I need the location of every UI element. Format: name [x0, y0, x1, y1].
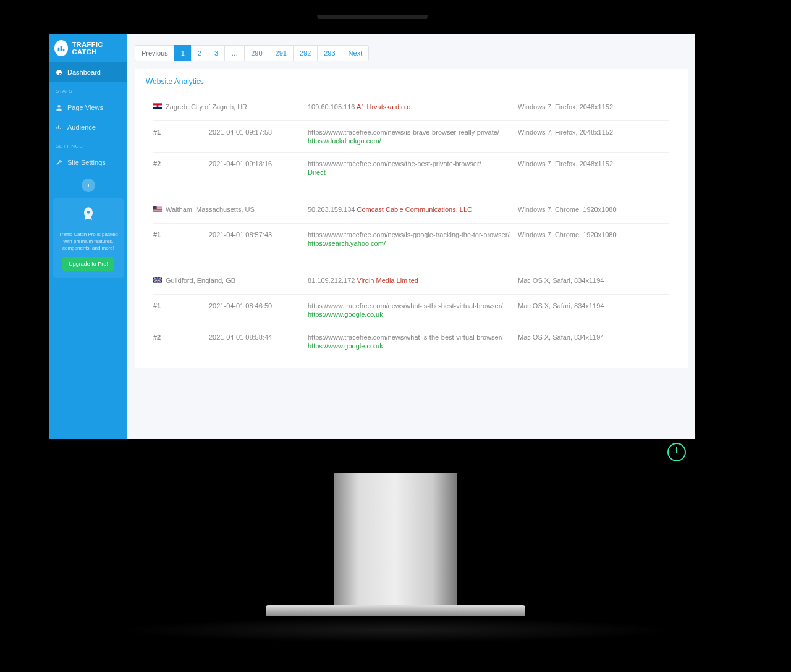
isp-text: Virgin Media Limited	[357, 277, 418, 284]
pagination: Previous 1 2 3 … 290 291 292 293 Next	[135, 45, 688, 61]
sidebar-item-site-settings[interactable]: Site Settings	[49, 153, 127, 172]
visitor-ip: 81.109.212.172 Virgin Media Limited	[308, 277, 518, 284]
pagination-previous[interactable]: Previous	[135, 45, 175, 61]
visit-url[interactable]: https://www.tracefree.com/news/is-brave-…	[308, 128, 518, 136]
power-button-icon	[667, 443, 686, 461]
pagination-page-292[interactable]: 292	[293, 45, 318, 61]
sidebar-item-dashboard[interactable]: Dashboard	[49, 62, 127, 82]
svg-rect-10	[153, 211, 162, 211]
visit-number: #1	[153, 231, 209, 247]
ip-text: 109.60.105.116	[308, 103, 355, 111]
promo-card: Traffic Catch Pro is packed with premium…	[53, 198, 124, 278]
visit-device: Windows 7, Firefox, 2048x1152	[518, 160, 669, 176]
visit-referrer[interactable]: https://duckduckgo.com/	[308, 137, 518, 145]
main-content: Previous 1 2 3 … 290 291 292 293 Next We…	[127, 34, 695, 439]
app-screen: TRAFFIC CATCH Dashboard STATS Page Views…	[49, 34, 695, 439]
brand-icon	[54, 40, 68, 56]
card-title: Website Analytics	[135, 69, 688, 92]
sidebar: TRAFFIC CATCH Dashboard STATS Page Views…	[49, 34, 127, 439]
visitor-block: Guildford, England, GB81.109.212.172 Vir…	[135, 266, 688, 368]
ip-text: 81.109.212.172	[308, 277, 355, 284]
visitor-block: Zagreb, City of Zagreb, HR109.60.105.116…	[135, 92, 688, 195]
pagination-page-2[interactable]: 2	[191, 45, 208, 61]
sidebar-item-label: Dashboard	[67, 69, 101, 76]
monitor-notch	[317, 15, 428, 19]
visit-row: #12021-04-01 09:17:58https://www.tracefr…	[153, 121, 669, 153]
svg-rect-11	[153, 206, 157, 209]
sidebar-collapse-button[interactable]	[82, 178, 95, 192]
brand-logo[interactable]: TRAFFIC CATCH	[49, 34, 127, 62]
visitor-device: Windows 7, Firefox, 2048x1152	[518, 103, 669, 111]
sidebar-header-settings: SETTINGS	[49, 137, 127, 153]
visitor-block: Waltham, Massachusetts, US50.203.159.134…	[135, 195, 688, 266]
svg-rect-9	[153, 210, 162, 211]
visit-row: #12021-04-01 08:46:50https://www.tracefr…	[153, 295, 669, 326]
monitor-shadow	[117, 618, 674, 642]
visit-referrer[interactable]: https://search.yahoo.com/	[308, 240, 518, 247]
visitor-ip: 50.203.159.134 Comcast Cable Communicati…	[308, 206, 518, 213]
pagination-page-3[interactable]: 3	[208, 45, 225, 61]
visit-url-col: https://www.tracefree.com/news/what-is-t…	[308, 334, 518, 350]
visit-time: 2021-04-01 09:17:58	[209, 128, 308, 145]
location-text: Zagreb, City of Zagreb, HR	[166, 103, 247, 111]
visit-referrer[interactable]: https://www.google.co.uk	[308, 311, 518, 318]
visit-number: #1	[153, 128, 209, 145]
upgrade-button[interactable]: Upgrade to Pro!	[62, 257, 114, 271]
rocket-icon	[58, 206, 119, 227]
isp-text: Comcast Cable Communications, LLC	[357, 206, 472, 213]
sidebar-item-label: Page Views	[67, 104, 103, 111]
promo-text: Traffic Catch Pro is packed with premium…	[58, 231, 119, 252]
chart-icon	[56, 124, 62, 131]
visit-url[interactable]: https://www.tracefree.com/news/what-is-t…	[308, 302, 518, 309]
pagination-page-1[interactable]: 1	[174, 45, 192, 61]
location-text: Waltham, Massachusetts, US	[166, 206, 255, 213]
brand-text: TRAFFIC CATCH	[72, 41, 122, 56]
visit-url-col: https://www.tracefree.com/news/is-google…	[308, 231, 518, 247]
user-icon	[56, 104, 62, 111]
sidebar-item-label: Audience	[67, 124, 96, 131]
visit-time: 2021-04-01 08:57:43	[209, 231, 308, 247]
visit-url-col: https://www.tracefree.com/news/the-best-…	[308, 160, 518, 176]
visitor-header: Waltham, Massachusetts, US50.203.159.134…	[153, 206, 669, 224]
visitors-list: Zagreb, City of Zagreb, HR109.60.105.116…	[135, 92, 688, 368]
visitor-location: Guildford, England, GB	[153, 277, 308, 284]
visit-referrer[interactable]: Direct	[308, 169, 518, 176]
visit-device: Windows 7, Firefox, 2048x1152	[518, 128, 669, 145]
pagination-next[interactable]: Next	[342, 45, 370, 61]
location-text: Guildford, England, GB	[166, 277, 235, 284]
pagination-page-293[interactable]: 293	[317, 45, 342, 61]
visit-referrer[interactable]: https://www.google.co.uk	[308, 342, 518, 350]
visit-row: #22021-04-01 08:58:44https://www.tracefr…	[153, 326, 669, 357]
flag-icon	[153, 103, 162, 111]
visitor-device: Mac OS X, Safari, 834x1194	[518, 277, 669, 284]
wrench-icon	[56, 159, 62, 166]
visit-url[interactable]: https://www.tracefree.com/news/what-is-t…	[308, 334, 518, 341]
visit-time: 2021-04-01 08:58:44	[209, 334, 308, 350]
sidebar-item-page-views[interactable]: Page Views	[49, 98, 127, 117]
visit-url[interactable]: https://www.tracefree.com/news/is-google…	[308, 231, 518, 238]
svg-rect-3	[157, 105, 159, 107]
visit-time: 2021-04-01 09:18:16	[209, 160, 308, 176]
svg-rect-8	[153, 209, 162, 209]
visit-row: #12021-04-01 08:57:43https://www.tracefr…	[153, 224, 669, 254]
pagination-ellipsis: …	[224, 45, 245, 61]
visit-device: Mac OS X, Safari, 834x1194	[518, 334, 669, 350]
visitor-device: Windows 7, Chrome, 1920x1080	[518, 206, 669, 213]
visitor-location: Waltham, Massachusetts, US	[153, 206, 308, 213]
pagination-page-290[interactable]: 290	[244, 45, 269, 61]
monitor-frame: TRAFFIC CATCH Dashboard STATS Page Views…	[37, 15, 708, 472]
flag-icon	[153, 206, 162, 213]
pagination-page-291[interactable]: 291	[269, 45, 294, 61]
sidebar-header-stats: STATS	[49, 82, 127, 98]
sidebar-item-audience[interactable]: Audience	[49, 117, 127, 137]
visit-device: Windows 7, Chrome, 1920x1080	[518, 231, 669, 247]
ip-text: 50.203.159.134	[308, 206, 355, 213]
visit-url[interactable]: https://www.tracefree.com/news/the-best-…	[308, 160, 518, 167]
isp-text: A1 Hrvatska d.o.o.	[357, 103, 413, 111]
monitor-stand	[334, 471, 457, 607]
analytics-card: Website Analytics Zagreb, City of Zagreb…	[135, 69, 688, 368]
visit-row: #22021-04-01 09:18:16https://www.tracefr…	[153, 153, 669, 183]
flag-icon	[153, 277, 162, 284]
monitor-base	[266, 605, 525, 616]
visit-number: #2	[153, 160, 209, 176]
